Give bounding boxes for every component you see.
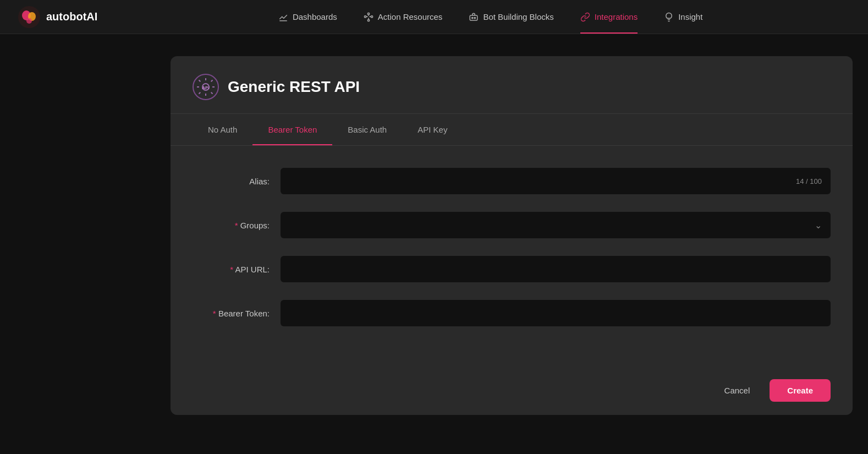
- navbar: autobotAI Dashboards Action Resources: [0, 0, 868, 34]
- nav-label-bot-building-blocks: Bot Building Blocks: [483, 12, 553, 21]
- groups-select[interactable]: [281, 212, 831, 238]
- logo[interactable]: autobotAI: [18, 6, 97, 29]
- api-url-label: * API URL:: [193, 265, 281, 274]
- bulb-icon: [664, 12, 674, 22]
- cancel-button[interactable]: Cancel: [713, 379, 761, 402]
- bearer-token-label: * Bearer Token:: [193, 309, 281, 318]
- nav-item-integrations[interactable]: Integrations: [580, 12, 638, 22]
- svg-point-14: [472, 17, 473, 18]
- nav-item-insight[interactable]: Insight: [664, 12, 702, 22]
- groups-required: *: [235, 221, 240, 230]
- nav-item-dashboards[interactable]: Dashboards: [278, 12, 337, 22]
- form-area: Alias: 14 / 100 * Groups: ⌄: [171, 146, 853, 366]
- groups-label: * Groups:: [193, 221, 281, 230]
- api-icon-wrapper: API: [193, 74, 219, 100]
- svg-rect-5: [364, 15, 366, 17]
- groups-row: * Groups: ⌄: [193, 212, 831, 238]
- svg-rect-8: [367, 19, 369, 21]
- bot-icon: [469, 12, 479, 22]
- svg-rect-6: [371, 15, 372, 17]
- tab-basic-auth[interactable]: Basic Auth: [332, 114, 402, 145]
- bearer-token-input[interactable]: [281, 300, 831, 326]
- logo-text: autobotAI: [46, 10, 97, 23]
- api-url-input-wrapper: [281, 256, 831, 282]
- svg-point-3: [26, 18, 32, 24]
- alias-row: Alias: 14 / 100: [193, 168, 831, 194]
- link-icon: [580, 12, 590, 22]
- nav-label-insight: Insight: [678, 12, 702, 21]
- nav-label-action-resources: Action Resources: [378, 12, 443, 21]
- bearer-token-row: * Bearer Token:: [193, 300, 831, 326]
- tab-api-key[interactable]: API Key: [402, 114, 463, 145]
- alias-input[interactable]: [281, 168, 831, 194]
- create-button[interactable]: Create: [770, 379, 831, 402]
- nav-items: Dashboards Action Resources: [130, 12, 850, 22]
- tab-bearer-token[interactable]: Bearer Token: [252, 114, 332, 145]
- groups-select-wrapper: ⌄: [281, 212, 831, 238]
- network-icon: [364, 12, 373, 22]
- nav-label-integrations: Integrations: [595, 12, 638, 21]
- chart-icon: [278, 12, 288, 22]
- bearer-token-required: *: [213, 309, 218, 318]
- modal-panel: API Generic REST API No Auth Bearer Toke…: [171, 56, 853, 415]
- panel-header: API Generic REST API: [171, 56, 853, 114]
- nav-item-bot-building-blocks[interactable]: Bot Building Blocks: [469, 12, 553, 22]
- main-content: API Generic REST API No Auth Bearer Toke…: [0, 34, 868, 415]
- tab-no-auth[interactable]: No Auth: [193, 114, 252, 145]
- panel-footer: Cancel Create: [171, 366, 853, 415]
- alias-label: Alias:: [193, 177, 281, 186]
- api-gear-icon: API: [193, 74, 219, 100]
- bearer-token-input-wrapper: [281, 300, 831, 326]
- nav-label-dashboards: Dashboards: [293, 12, 337, 21]
- svg-text:API: API: [202, 85, 209, 90]
- svg-rect-7: [367, 13, 369, 14]
- svg-rect-13: [470, 15, 478, 20]
- logo-icon: [18, 6, 41, 29]
- nav-item-action-resources[interactable]: Action Resources: [364, 12, 443, 22]
- api-url-row: * API URL:: [193, 256, 831, 282]
- panel-title: Generic REST API: [228, 78, 360, 96]
- tabs-row: No Auth Bearer Token Basic Auth API Key: [171, 114, 853, 146]
- alias-input-wrapper: 14 / 100: [281, 168, 831, 194]
- svg-point-15: [475, 17, 476, 18]
- api-url-input[interactable]: [281, 256, 831, 282]
